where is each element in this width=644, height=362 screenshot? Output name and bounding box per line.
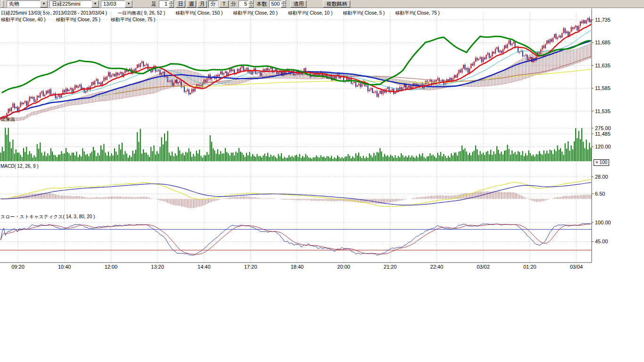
candles-layer <box>0 16 592 120</box>
stochastics-panel-label: スロー・ストキャスティクス( 14, 3, 80, 20 ) <box>0 214 95 220</box>
legend-item: 移動平均( Close, 25 ) <box>56 17 100 22</box>
contract-select-value: 13/03 <box>101 1 125 7</box>
period-month-button[interactable]: 月 <box>198 0 207 8</box>
volume-panel-label: 出来高 <box>1 116 15 123</box>
axis-label: 6.50 <box>595 191 605 197</box>
spinner-arrows-icon[interactable]: ▲▼ <box>281 0 286 8</box>
bars-count-input[interactable]: 500 ▲▼ <box>269 0 287 8</box>
chart-canvas[interactable]: 09:2010:4012:0013:2014:4017:2018:4020:00… <box>0 0 644 362</box>
period-minute-button[interactable]: 分 <box>208 0 218 8</box>
multi-symbol-button[interactable]: 複数銘柄 <box>323 0 350 8</box>
axis-label: 100.00 <box>595 220 611 225</box>
legend-item: 移動平均( Close, 40 ) <box>1 17 45 22</box>
bars-label: 本数 <box>256 0 267 8</box>
trading-chart-app: { "toolbar": { "market_value": "先物", "sy… <box>0 0 644 362</box>
minute-label: 分 <box>231 0 236 8</box>
axis-label: 17:20 <box>244 264 257 270</box>
ashi-label: 足 <box>151 0 157 8</box>
contract-select[interactable]: 13/03 ▼ <box>101 0 133 8</box>
period-week-button[interactable]: 週 <box>187 0 196 8</box>
axis-label: 14:40 <box>198 264 211 270</box>
symbol-select-value: 日経225mini <box>50 0 91 8</box>
legend-item: 移動平均( Close, 75 ) <box>111 17 155 22</box>
axis-label: 45.00 <box>595 239 608 244</box>
minute-count-input[interactable]: 5 ▲▼ <box>239 0 254 8</box>
axis-label: 01:20 <box>523 264 537 270</box>
legend-item: 移動平均( Close, 10 ) <box>288 10 332 16</box>
axis-label: 11,735 <box>595 17 611 23</box>
legend-item: 移動平均( Close, 75 ) <box>395 10 439 16</box>
market-select-value: 先物 <box>7 0 40 8</box>
interval-input[interactable]: 1 ▲▼ <box>159 0 174 8</box>
legend-item: 移動平均( Close, 150 ) <box>175 10 223 16</box>
axis-label: 10:40 <box>58 264 71 270</box>
market-select[interactable]: 先物 ▼ <box>7 0 48 8</box>
axis-label: 20:00 <box>337 264 350 270</box>
interval-value: 1 <box>159 1 169 7</box>
volume-bars-layer <box>0 128 592 161</box>
stochastics-layer <box>0 223 592 255</box>
chart-legend-line1: 日経225mini 13/03( 5分, 2013/02/28 - 2013/0… <box>1 10 450 16</box>
axis-label: 09:20 <box>11 264 25 270</box>
toolbar-grip[interactable] <box>1 0 4 8</box>
chart-legend-line2: 移動平均( Close, 40 )移動平均( Close, 25 )移動平均( … <box>1 16 165 23</box>
axis-label: 11,485 <box>595 131 611 137</box>
legend-item: 移動平均( Close, 20 ) <box>233 10 277 16</box>
axis-label: 12:00 <box>105 264 118 270</box>
axis-label: 13:20 <box>151 264 164 270</box>
axis-label: 18:40 <box>290 264 304 270</box>
axis-label: 11,535 <box>595 108 611 114</box>
axis-label: 275.00 <box>595 125 611 131</box>
period-day-button[interactable]: 日 <box>176 0 185 8</box>
volume-multiplier-badge: × 100 <box>594 159 609 166</box>
spinner-arrows-icon[interactable]: ▲▼ <box>248 0 254 8</box>
minute-count-value: 5 <box>239 1 248 7</box>
toolbar: 先物 ▼ 日経225mini ▼ 13/03 ▼ 足 1 ▲▼ 日 週 月 分 … <box>0 0 644 8</box>
axis-label: 11,685 <box>595 40 611 45</box>
dropdown-arrow-icon[interactable]: ▼ <box>91 0 99 8</box>
dropdown-arrow-icon[interactable]: ▼ <box>125 0 132 8</box>
axis-label: 28.00 <box>595 174 608 180</box>
axis-label: 11,635 <box>595 63 611 68</box>
dropdown-arrow-icon[interactable]: ▼ <box>40 0 48 8</box>
apply-button[interactable]: 適用 <box>290 0 306 8</box>
axis-label: 11,585 <box>595 85 611 91</box>
axis-label: 120.00 <box>595 144 611 149</box>
legend-item: 一目均衡表( 9, 26, 52 ) <box>117 10 165 16</box>
axis-label: 22:40 <box>430 264 444 270</box>
period-tick-button[interactable]: T <box>219 0 229 8</box>
axis-label: 03/02 <box>477 264 490 270</box>
legend-item: 移動平均( Close, 5 ) <box>343 10 385 16</box>
macd-panel-label: MACD( 12, 26, 9 ) <box>0 164 39 169</box>
legend-item: 日経225mini 13/03( 5分, 2013/02/28 - 2013/0… <box>1 10 107 16</box>
axis-label: 03/04 <box>570 264 583 270</box>
bars-count-value: 500 <box>270 1 281 7</box>
spinner-arrows-icon[interactable]: ▲▼ <box>169 0 174 8</box>
symbol-select[interactable]: 日経225mini ▼ <box>50 0 99 8</box>
axis-label: 21:20 <box>384 264 397 270</box>
